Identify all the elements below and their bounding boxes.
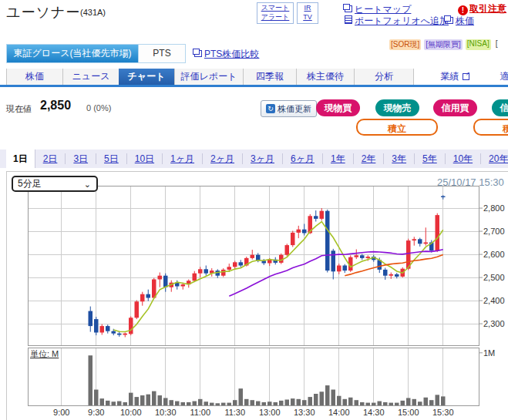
tab-shikiho[interactable]: 四季報 [243, 69, 296, 85]
tab-gyoseki-label: 業績 [441, 70, 459, 83]
candle-body [129, 318, 133, 334]
volume-bar [262, 402, 267, 405]
candle-body [297, 230, 301, 233]
period-1d[interactable]: 1日 [6, 150, 35, 168]
period-2y[interactable]: 2年 [354, 153, 385, 164]
volume-bar [406, 398, 411, 405]
candle-body [89, 311, 93, 327]
buy-cash-button[interactable]: 現物買 [316, 99, 360, 116]
candle-body [198, 269, 203, 273]
smart-alert-button[interactable]: スマート アラート [257, 2, 294, 24]
volume-bar [343, 399, 348, 405]
tab-news[interactable]: ニュース [62, 69, 119, 85]
candle-body [227, 267, 232, 270]
volume-bar [383, 402, 388, 405]
period-1y[interactable]: 1年 [323, 153, 354, 164]
tab-report[interactable]: 評価レポート [174, 69, 243, 85]
x-axis-label: 13:00 [259, 408, 281, 417]
candle-body [233, 262, 237, 267]
ir-tv-line2: TV [303, 13, 312, 21]
tab-yutai[interactable]: 株主優待 [296, 69, 354, 85]
x-axis-label: 10:30 [155, 408, 177, 417]
y-axis-label: 2,700 [483, 227, 505, 236]
volume-bar [412, 399, 417, 405]
candle-body [193, 274, 197, 281]
period-2d[interactable]: 2日 [35, 153, 66, 164]
period-20y[interactable]: 20年 [481, 153, 508, 164]
volume-bar [204, 402, 209, 405]
volume-bar [251, 400, 255, 405]
volume-bar [181, 402, 186, 405]
candle-body [424, 243, 429, 244]
portfolio-add-label: ポートフォリオへ追加 [355, 15, 449, 26]
volume-bar [297, 399, 301, 405]
candle-body [291, 233, 295, 245]
accumulate-button-clipped[interactable]: 積立 [473, 119, 508, 136]
window-icon [446, 17, 453, 24]
candle-body [412, 239, 417, 240]
x-axis-label: 14:00 [328, 408, 350, 417]
badge-sor: [SOR現] [389, 39, 421, 50]
sell-cash-button[interactable]: 現物売 [375, 99, 419, 116]
volume-bar [372, 403, 376, 405]
volume-axis-label: 1M [483, 348, 495, 358]
nav-tab-bar: 株価 ニュース チャート 評価レポート 四季報 株主優待 分析 業績 適時開示 [0, 69, 508, 87]
period-10y[interactable]: 10年 [446, 153, 481, 164]
refresh-price-button[interactable]: ↻ 株価更新 [261, 100, 317, 117]
volume-bar [267, 402, 272, 405]
volume-bar [163, 398, 168, 405]
stock-price-link[interactable]: 株価 [446, 15, 474, 28]
period-10d[interactable]: 10日 [127, 153, 163, 164]
candle-body [325, 211, 330, 270]
accumulate-button[interactable]: 積立 [356, 119, 438, 136]
volume-unit-label: 単位: M [30, 349, 59, 358]
pts-compare-label: PTS株価比較 [204, 49, 259, 59]
volume-bar [244, 399, 249, 405]
chevron-down-icon: ⌄ [84, 178, 91, 191]
buy-margin-button[interactable]: 信用買 [433, 99, 477, 116]
interval-select[interactable]: 5分足 ⌄ [12, 176, 98, 192]
page-title: ユーソナー [6, 3, 80, 22]
price-change: 0 (0%) [86, 103, 111, 113]
period-3y[interactable]: 3年 [384, 153, 415, 164]
tab-tse-growth[interactable]: 東証グロース(当社優先市場) [7, 45, 138, 62]
volume-bar [89, 355, 93, 405]
volume-bar [424, 398, 429, 405]
candle-body [383, 270, 388, 276]
period-5d[interactable]: 5日 [96, 153, 127, 164]
sell-margin-button[interactable]: 信用売 [492, 99, 508, 116]
candle-body [314, 216, 318, 219]
volume-bar [348, 398, 353, 405]
tab-gyoseki[interactable]: 業績 [428, 69, 482, 85]
period-1m[interactable]: 1ヶ月 [163, 153, 203, 164]
stock-detail-page: ユーソナー (431A) スマート アラート IR TV ヒートマップ !取引注… [0, 0, 508, 420]
volume-bar [170, 400, 174, 405]
tab-chart[interactable]: チャート [119, 69, 174, 85]
pts-compare-link[interactable]: PTS株価比較 [194, 48, 259, 61]
portfolio-icon [345, 15, 352, 24]
period-2m[interactable]: 2ヶ月 [203, 153, 243, 164]
period-3d[interactable]: 3日 [66, 153, 96, 164]
volume-bar [291, 398, 295, 405]
volume-bar [302, 400, 307, 405]
external-link-icon [463, 73, 469, 80]
ir-tv-button[interactable]: IR TV [297, 2, 318, 24]
refresh-icon: ↻ [266, 104, 275, 113]
trade-alert-link[interactable]: !取引注意 [458, 2, 506, 15]
volume-bar [395, 403, 399, 405]
volume-bar [117, 402, 122, 405]
volume-bar [256, 402, 261, 405]
portfolio-add-link[interactable]: ポートフォリオへ追加 [345, 15, 449, 28]
x-axis-label: 9:30 [88, 408, 104, 417]
tab-tekiji[interactable]: 適時開示 [482, 69, 508, 85]
tab-kabuka[interactable]: 株価 [6, 69, 62, 85]
period-3m[interactable]: 3ヶ月 [243, 153, 283, 164]
tab-pts[interactable]: PTS [138, 45, 185, 62]
volume-bar [129, 393, 133, 405]
candle-body [418, 239, 422, 244]
x-axis-label: 15:30 [432, 408, 454, 417]
period-6m[interactable]: 6ヶ月 [283, 153, 323, 164]
volume-bar [94, 390, 99, 405]
tab-bunseki[interactable]: 分析 [354, 69, 413, 85]
period-5y[interactable]: 5年 [415, 153, 446, 164]
